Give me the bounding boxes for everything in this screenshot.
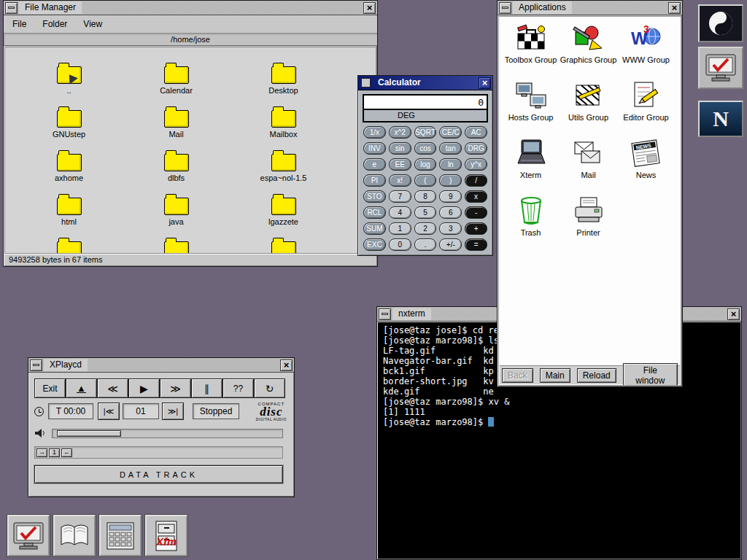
calc-button[interactable]: INV [363,142,386,155]
window-menu-button[interactable] [499,2,511,14]
calc-button[interactable]: 8 [414,190,437,203]
nav-button[interactable]: File window [623,363,678,386]
app-item-www-group[interactable]: W 3 WWW Group [617,21,675,79]
app-item-mail[interactable]: Mail [560,136,617,194]
side-tile-logo[interactable] [698,4,743,42]
folder-item[interactable]: espa~nol-1.5 [230,149,337,193]
calc-button[interactable]: sin [389,142,411,155]
program-button[interactable]: ← [61,448,72,457]
calc-button[interactable]: ( [414,174,437,187]
transport-button[interactable]: ∥ [191,378,222,398]
calc-button[interactable]: ln [439,158,462,171]
folder-item[interactable]: GNUstep [15,106,123,149]
calc-button[interactable]: = [465,238,487,251]
folder-item[interactable]: html [15,193,123,237]
calculator-titlebar[interactable]: Calculator × [358,76,492,90]
calc-button[interactable]: CE/C [439,126,462,139]
app-item-utils-group[interactable]: Utils Group [560,79,617,136]
calc-button[interactable]: . [414,238,437,251]
app-item-xterm[interactable]: Xterm [502,136,560,194]
dock-tile-keypad[interactable] [99,515,142,556]
calc-button[interactable]: + [465,222,487,235]
program-button[interactable]: → [36,448,47,457]
prev-track-button[interactable]: |≪ [98,402,120,420]
calc-button[interactable]: 0 [389,238,411,251]
calc-button[interactable]: e [363,158,386,171]
calc-button[interactable]: ) [439,174,462,187]
transport-button[interactable]: ▶ [128,378,160,398]
file-manager-titlebar[interactable]: File Manager × [4,1,377,15]
app-item-editor-group[interactable]: Editor Group [617,79,675,136]
folder-item[interactable]: java [123,193,230,237]
close-button[interactable]: × [727,308,740,320]
close-button[interactable]: × [280,359,293,371]
calc-button[interactable]: x [465,190,487,203]
folder-item[interactable]: Desktop [230,62,337,106]
folder-item[interactable] [123,237,230,254]
transport-button[interactable]: Exit [34,378,66,398]
side-tile-display[interactable] [698,47,743,89]
dock-tile-xfm[interactable]: Xfm [145,515,187,556]
calc-button[interactable]: +/- [439,238,462,251]
calc-button[interactable]: EXC [363,238,386,251]
program-button[interactable]: 1 [49,448,60,457]
app-item-printer[interactable]: Printer [560,194,617,252]
calc-button[interactable]: STO [363,190,386,203]
folder-item[interactable]: Calendar [123,62,230,106]
transport-button[interactable]: ▲ [66,378,97,398]
applications-titlebar[interactable]: Applications × [498,1,682,15]
calc-button[interactable]: y^x [465,158,487,171]
calc-button[interactable]: 2 [414,222,437,235]
transport-button[interactable]: ≪ [97,378,128,398]
folder-item[interactable]: .. [15,62,123,106]
app-item-hosts-group[interactable]: Hosts Group [502,79,560,136]
folder-item[interactable]: axhome [15,149,123,193]
calc-button[interactable]: 5 [414,206,437,219]
app-item-news[interactable]: NEWS News [617,136,675,194]
nav-button[interactable]: Reload [577,368,616,383]
window-menu-button[interactable] [379,308,391,320]
calc-button[interactable]: 7 [389,190,411,203]
calc-button[interactable]: 6 [439,206,462,219]
volume-slider-thumb[interactable] [57,430,121,437]
calc-button[interactable]: cos [414,142,437,155]
app-item-toolbox-group[interactable]: Toolbox Group [502,21,560,79]
folder-item[interactable]: lgazzete [230,193,337,237]
app-item-trash[interactable]: Trash [502,194,560,252]
folder-item[interactable] [230,237,337,254]
calc-button[interactable]: SUM [363,222,386,235]
side-tile-netscape[interactable]: N [698,101,743,137]
folder-item[interactable] [15,237,123,254]
calc-button[interactable]: EE [389,158,411,171]
calc-button[interactable]: 1/x [363,126,386,139]
calc-button[interactable]: PI [363,174,386,187]
calc-button[interactable]: RCL [363,206,386,219]
calc-button[interactable]: - [465,206,487,219]
nav-button[interactable]: Main [540,368,570,383]
window-menu-button[interactable] [30,359,42,371]
calc-button[interactable]: 4 [389,206,411,219]
close-button[interactable]: × [668,2,681,14]
dock-tile-files[interactable] [53,515,96,556]
menu-item[interactable]: View [83,19,102,29]
calc-button[interactable]: AC [465,126,487,139]
calc-button[interactable]: 1 [389,222,411,235]
window-menu-button[interactable] [5,2,18,14]
folder-item[interactable]: Mail [123,106,230,149]
xplaycd-titlebar[interactable]: XPlaycd × [28,358,294,373]
menu-item[interactable]: Folder [42,19,67,29]
close-button[interactable]: × [479,77,491,89]
transport-button[interactable]: ↻ [254,378,285,398]
next-track-button[interactable]: ≫| [162,402,184,420]
calc-button[interactable]: / [465,174,487,187]
app-item-graphics-group[interactable]: Graphics Group [560,21,617,79]
dock-tile-display[interactable] [7,515,50,556]
calc-button[interactable]: x! [389,174,411,187]
folder-item[interactable]: Mailbox [230,106,337,149]
data-track-bar[interactable]: DATA TRACK [34,465,283,483]
calc-button[interactable]: DRG [465,142,487,155]
calc-button[interactable]: log [414,158,437,171]
calc-button[interactable]: 9 [439,190,462,203]
calculator-app-icon[interactable] [361,78,371,88]
nav-button[interactable]: Back [502,368,533,383]
